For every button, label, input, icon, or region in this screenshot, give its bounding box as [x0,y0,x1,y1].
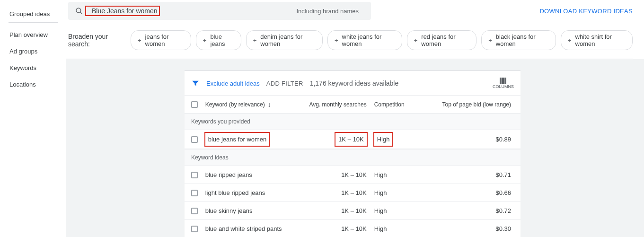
arrow-down-icon: ↓ [268,101,271,108]
avg-searches-cell: 1K – 10K [335,133,367,146]
avg-searches-cell: 1K – 10K [308,189,371,196]
competition-cell: High [371,207,441,214]
bid-cell: $0.72 [441,207,514,214]
download-keyword-ideas-link[interactable]: DOWNLOAD KEYWORD IDEAS [539,8,633,15]
competition-cell: High [371,189,441,196]
row-checkbox[interactable] [191,190,198,196]
col-header-avg-searches[interactable]: Avg. monthly searches [308,101,371,108]
filter-bar: Exclude adult ideas ADD FILTER 1,176 key… [185,71,520,96]
avg-searches-cell: 1K – 10K [308,207,371,214]
broaden-search-bar: Broaden your search: +jeans for women +b… [66,22,633,59]
section-keyword-ideas: Keyword ideas [185,149,520,166]
filter-icon[interactable] [191,79,200,88]
sidebar-item-grouped-ideas[interactable]: Grouped ideas [9,6,58,23]
keyword-ideas-card: Exclude adult ideas ADD FILTER 1,176 key… [185,70,520,237]
table-row[interactable]: blue ripped jeans 1K – 10K High $0.71 [185,166,520,184]
sidebar-item-locations[interactable]: Locations [0,76,66,93]
search-box[interactable]: Including brand names [68,2,371,20]
keyword-cell: blue skinny jeans [205,207,308,214]
table-row[interactable]: blue jeans for women 1K – 10K High $0.89 [185,130,520,149]
competition-cell: High [371,225,441,232]
columns-icon [500,78,506,84]
keyword-cell: blue ripped jeans [205,171,308,178]
including-brand-names-label: Including brand names [296,8,359,15]
plus-icon: + [203,37,207,44]
bid-cell: $0.71 [441,171,514,178]
sidebar-item-keywords[interactable]: Keywords [0,60,66,76]
section-keywords-provided: Keywords you provided [185,113,520,130]
broaden-chip[interactable]: +blue jeans [196,30,241,50]
broaden-chip[interactable]: +red jeans for women [407,30,477,50]
table-row[interactable]: blue and white striped pants 1K – 10K Hi… [185,220,520,237]
chip-label: white shirt for women [575,33,626,47]
broaden-label: Broaden your search: [68,33,124,48]
bid-cell: $0.66 [441,189,514,196]
chip-label: blue jeans [210,33,234,47]
row-checkbox[interactable] [191,136,198,143]
broaden-chip[interactable]: +denim jeans for women [246,30,323,50]
search-highlight [86,7,159,15]
chip-label: white jeans for women [342,33,395,47]
broaden-chip[interactable]: +white shirt for women [561,30,633,50]
chip-label: denim jeans for women [260,33,316,47]
svg-line-1 [80,12,82,14]
search-input[interactable] [92,7,158,15]
table-row[interactable]: blue skinny jeans 1K – 10K High $0.72 [185,202,520,220]
avg-searches-cell: 1K – 10K [308,225,371,232]
plus-icon: + [488,37,492,44]
ideas-available-text: 1,176 keyword ideas available [310,79,399,87]
plus-icon: + [138,37,141,44]
competition-cell: High [371,171,441,178]
table-header: Keyword (by relevance)↓ Avg. monthly sea… [185,96,520,113]
chip-label: black jeans for women [496,33,549,47]
select-all-checkbox[interactable] [191,101,198,108]
search-icon [75,7,83,15]
keyword-cell: blue and white striped pants [205,225,308,232]
bid-cell: $0.89 [441,136,514,143]
bid-cell: $0.30 [441,225,514,232]
plus-icon: + [568,37,572,44]
keyword-cell: blue jeans for women [205,133,270,146]
chip-label: jeans for women [145,33,184,47]
col-header-competition[interactable]: Competition [371,101,441,108]
sidebar-item-plan-overview[interactable]: Plan overview [0,26,66,43]
columns-button[interactable]: COLUMNS [493,78,514,89]
table-row[interactable]: light blue ripped jeans 1K – 10K High $0… [185,184,520,202]
row-checkbox[interactable] [191,172,198,178]
col-header-bid[interactable]: Top of page bid (low range) [441,101,514,108]
plus-icon: + [414,37,418,44]
keyword-cell: light blue ripped jeans [205,189,308,196]
columns-label: COLUMNS [493,84,514,89]
col-header-keyword[interactable]: Keyword (by relevance)↓ [205,101,308,108]
sidebar: Grouped ideas Plan overview Ad groups Ke… [0,0,66,98]
svg-point-0 [76,8,81,13]
competition-cell: High [374,133,393,146]
broaden-chip[interactable]: +black jeans for women [481,30,556,50]
sidebar-item-ad-groups[interactable]: Ad groups [0,43,66,60]
row-checkbox[interactable] [191,226,198,232]
add-filter-button[interactable]: ADD FILTER [266,80,303,87]
chip-label: red jeans for women [421,33,469,47]
avg-searches-cell: 1K – 10K [308,171,371,178]
broaden-chip[interactable]: +jeans for women [131,30,191,50]
broaden-chip[interactable]: +white jeans for women [327,30,402,50]
plus-icon: + [335,37,338,44]
plus-icon: + [253,37,257,44]
row-checkbox[interactable] [191,208,198,214]
exclude-adult-ideas-link[interactable]: Exclude adult ideas [206,80,260,87]
